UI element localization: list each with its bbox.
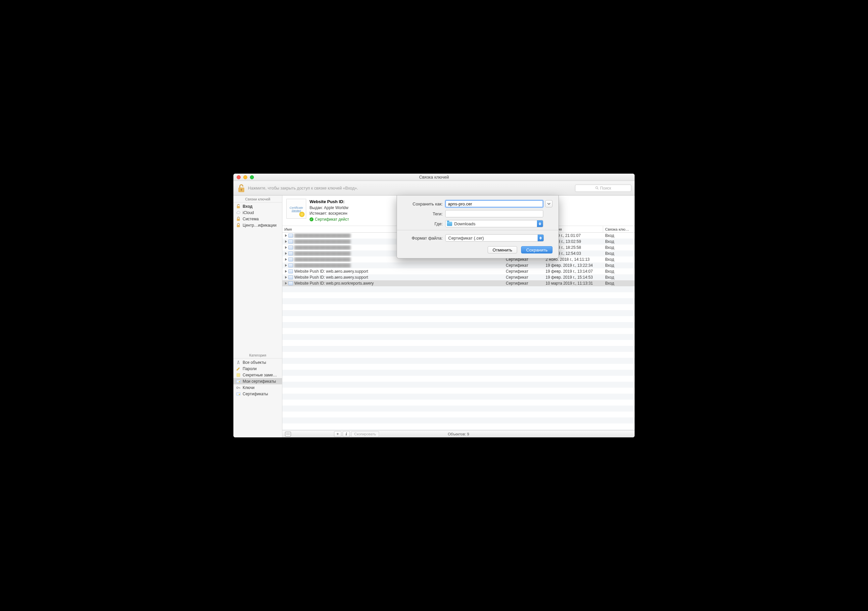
certificate-title: Website Push ID: [310, 199, 349, 205]
row-type: Сертификат [504, 281, 544, 286]
search-field[interactable]: Поиск [575, 185, 631, 192]
certificate-row-icon [288, 233, 293, 238]
svg-rect-3 [241, 190, 242, 191]
cancel-button[interactable]: Отменить [488, 246, 517, 253]
svg-rect-11 [236, 380, 240, 383]
sidebar-keychain-item[interactable]: Вход [233, 203, 282, 210]
row-date: 10 марта 2019 г., 11:13:31 [544, 281, 603, 286]
row-keychain: Вход [603, 275, 635, 280]
sidebar-category-item[interactable]: Пароли [233, 365, 282, 372]
save-as-input[interactable] [445, 200, 543, 207]
row-keychain: Вход [603, 245, 635, 250]
compass-icon [236, 360, 241, 365]
object-count: Объектов: 9 [282, 432, 635, 436]
lock-icon [236, 217, 241, 221]
lock-icon [236, 223, 241, 228]
svg-point-12 [239, 381, 240, 382]
disclosure-triangle-icon[interactable] [285, 246, 287, 249]
certificate-row-icon [288, 258, 293, 261]
save-button[interactable]: Сохранить [521, 246, 552, 253]
disclosure-triangle-icon[interactable] [285, 234, 287, 237]
sidebar-item-label: Секретные заме… [243, 373, 277, 378]
row-date: 19 февр. 2019 г., 13:14:07 [544, 269, 603, 274]
cert-icon [236, 379, 241, 384]
table-row[interactable]: Website Push ID: web.pro.workreports.awe… [282, 280, 635, 286]
sidebar-category-item[interactable]: Ключи [233, 384, 282, 391]
row-date: 19 февр. 2019 г., 13:22:34 [544, 263, 603, 268]
pencil-icon [236, 367, 241, 371]
sidebar-keychain-item[interactable]: Центр…ификации [233, 222, 282, 228]
toolbar-hint: Нажмите, чтобы закрыть доступ к связке к… [248, 186, 358, 191]
titlebar: Связка ключей [233, 174, 635, 181]
row-keychain: Вход [603, 281, 635, 286]
check-icon: ✓ [310, 218, 313, 221]
svg-point-15 [239, 393, 240, 395]
save-as-label: Сохранить как: [403, 201, 445, 207]
sidebar-category-item[interactable]: Секретные заме… [233, 372, 282, 378]
format-value: Сертификат (.cer) [448, 236, 484, 241]
folder-icon [447, 222, 452, 226]
svg-rect-8 [237, 225, 240, 227]
svg-line-5 [598, 188, 598, 190]
row-type: Сертификат [504, 263, 544, 268]
disclosure-triangle-icon[interactable] [285, 240, 287, 243]
sidebar-keychain-item[interactable]: Система [233, 216, 282, 222]
chevron-down-icon [547, 202, 550, 205]
table-body: ████████████████████ня 2019 г., 21:01:07… [282, 233, 635, 430]
sidebar-category-item[interactable]: Мои сертификаты [233, 378, 282, 384]
sidebar: Связки ключей ВходiCloudСистемаЦентр…ифи… [233, 196, 282, 437]
sidebar-item-label: iCloud [243, 210, 254, 215]
svg-rect-10 [237, 373, 240, 377]
sidebar-item-label: Система [243, 217, 259, 221]
row-keychain: Вход [603, 263, 635, 268]
row-name: Website Push ID: web.aero.awery.support [294, 269, 368, 274]
row-keychain: Вход [603, 251, 635, 256]
sidebar-category-item[interactable]: Все объекты [233, 359, 282, 365]
table-row[interactable]: Website Push ID: web.aero.awery.supportС… [282, 268, 635, 274]
certificate-issued-by: Выдан: Apple Worldw [310, 205, 349, 211]
disclosure-triangle-icon[interactable] [285, 264, 287, 267]
row-keychain: Вход [603, 233, 635, 238]
sidebar-category-item[interactable]: Сертификаты [233, 391, 282, 397]
format-popup[interactable]: Сертификат (.cer) [445, 234, 544, 241]
updown-arrows-icon [537, 220, 543, 227]
where-label: Где: [403, 221, 445, 226]
certificate-valid-status: ✓Сертификат дейст [310, 217, 349, 222]
body: Связки ключей ВходiCloudСистемаЦентр…ифи… [233, 196, 635, 437]
certificate-row-icon [288, 263, 293, 267]
tags-input[interactable] [445, 210, 543, 218]
certificate-row-icon [288, 246, 293, 249]
disclosure-triangle-icon[interactable] [285, 252, 287, 255]
disclosure-triangle-icon[interactable] [285, 270, 287, 273]
sidebar-category-header: Категория [233, 351, 282, 359]
row-type: Сертификат [504, 269, 544, 274]
svg-rect-14 [236, 393, 240, 395]
toolbar: Нажмите, чтобы закрыть доступ к связке к… [233, 181, 635, 196]
where-popup[interactable]: Downloads [445, 220, 543, 227]
cert-icon [236, 392, 241, 396]
expand-dialog-button[interactable] [545, 200, 552, 207]
svg-point-4 [595, 187, 598, 188]
disclosure-triangle-icon[interactable] [285, 258, 287, 261]
search-placeholder: Поиск [600, 186, 611, 191]
column-keychain[interactable]: Связка клю… [603, 226, 635, 232]
table-row[interactable]: ████████████████████Сертификат19 февр. 2… [282, 263, 635, 268]
lock-keychain-button[interactable] [237, 183, 246, 193]
row-date: 19 февр. 2019 г., 15:14:53 [544, 275, 603, 280]
sidebar-item-label: Все объекты [243, 360, 266, 365]
sidebar-keychain-item[interactable]: iCloud [233, 210, 282, 216]
row-keychain: Вход [603, 239, 635, 244]
window-title: Связка ключей [233, 175, 635, 180]
key-icon [236, 386, 241, 390]
table-row[interactable]: Website Push ID: web.aero.awery.supportС… [282, 274, 635, 280]
sidebar-item-label: Пароли [243, 367, 257, 371]
certificate-expires: Истекает: воскресен [310, 211, 349, 216]
cloud-icon [236, 210, 241, 215]
disclosure-triangle-icon[interactable] [285, 282, 287, 285]
certificate-row-icon [288, 281, 293, 285]
sidebar-keychains-header: Связки ключей [233, 196, 282, 202]
sidebar-item-label: Центр…ификации [243, 223, 276, 228]
disclosure-triangle-icon[interactable] [285, 276, 287, 279]
certificate-row-icon [288, 252, 293, 255]
sidebar-item-label: Мои сертификаты [243, 379, 276, 384]
